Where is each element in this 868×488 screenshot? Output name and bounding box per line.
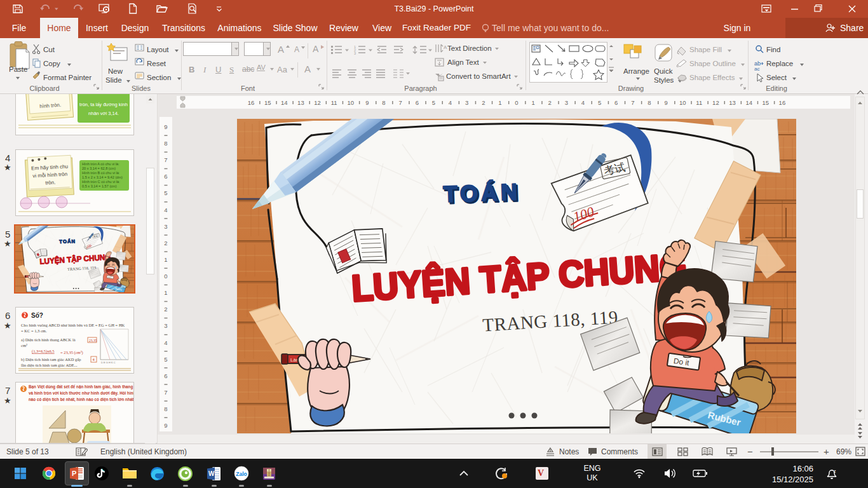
svg-text:7: 7 [399,99,402,106]
svg-text:cm²: cm² [21,343,27,348]
svg-text:4: 4 [164,339,167,346]
svg-text:3: 3 [354,51,356,55]
svg-text:8: 8 [382,99,385,106]
svg-text:3: 3 [465,99,468,106]
svg-text:Zalo: Zalo [236,471,247,477]
svg-text:1,5 x 2 x 3,14 = 9,42 (dm): 1,5 x 2 x 3,14 = 9,42 (dm) [82,175,123,179]
svg-text:16: 16 [779,99,786,106]
svg-text:Cho hình vuông ABCD như hình b: Cho hình vuông ABCD như hình bên và DE =… [21,323,125,327]
svg-text:9: 9 [164,422,167,429]
svg-text:6: 6 [164,372,167,379]
svg-text:9: 9 [664,99,667,106]
svg-text:Hình tròn C có chu vi là:: Hình tròn C có chu vi là: [82,180,120,184]
svg-text:5: 5 [164,189,167,196]
svg-text:12: 12 [712,99,719,106]
svg-text:Align Text: Align Text [447,58,479,66]
svg-text:Convert to SmartArt: Convert to SmartArt [446,72,511,80]
svg-text:lần diện tích hình tam giác AD: lần diện tích hình tam giác ADE... [21,363,78,367]
svg-text:ac: ac [754,66,759,72]
svg-text:4: 4 [93,357,95,362]
svg-text:nhân với 3,14.: nhân với 3,14. [88,111,119,116]
svg-text:D E G H K C: D E G H K C [101,361,116,364]
svg-text:1: 1 [164,256,167,263]
svg-text:2: 2 [548,99,552,106]
svg-text:nào có diện tích bé nhất, hình: nào có diện tích bé nhất, hình nào có di… [29,397,133,402]
svg-text:2: 2 [164,306,167,313]
svg-text:16: 16 [248,99,255,106]
svg-text:3: 3 [164,322,167,329]
svg-text:TOÁN: TOÁN [443,179,521,207]
svg-text:14: 14 [745,99,752,106]
svg-text:P: P [72,470,76,477]
svg-text:13: 13 [729,99,736,106]
svg-text:8: 8 [164,405,167,412]
svg-text:12: 12 [314,99,321,106]
svg-text:Hình tròn B có chu vi là:: Hình tròn B có chu vi là: [82,171,120,175]
svg-text:b) Diện tích hình tam giác AKD: b) Diện tích hình tam giác AKD gấp [21,357,81,362]
svg-text:a) Diện tích hình thang ABCK l: a) Diện tích hình thang ABCK là [21,337,76,342]
svg-text:11: 11 [696,99,702,106]
svg-text:8: 8 [164,140,167,147]
svg-text:9: 9 [164,123,167,130]
svg-text:2: 2 [482,99,485,106]
svg-text:Text Direction: Text Direction [447,44,492,52]
svg-text:tròn.: tròn. [45,180,55,186]
svg-text:3: 3 [565,99,568,106]
svg-text:Số?: Số? [31,312,43,319]
svg-text:5: 5 [432,99,435,106]
svg-text:và hình tròn với kích thước nh: và hình tròn với kích thước như hình dướ… [29,391,133,396]
svg-text:13: 13 [297,99,304,106]
svg-text:8: 8 [648,99,651,106]
svg-text:20 x 3,14 = 62,8 (cm): 20 x 3,14 = 62,8 (cm) [82,166,116,170]
svg-text:11: 11 [331,99,337,106]
svg-text:6: 6 [416,99,419,106]
svg-text:5: 5 [164,356,167,363]
svg-text:5: 5 [598,99,601,106]
svg-text:Bạn Việt dùng đất sét để nặn h: Bạn Việt dùng đất sét để nặn hình tam gi… [29,384,133,390]
svg-text:7: 7 [164,389,167,396]
svg-text:4: 4 [164,207,167,214]
svg-text:= KC = 1,3 cm.: = KC = 1,3 cm. [21,329,47,333]
svg-text:Hình tròn A có chu vi là:: Hình tròn A có chu vi là: [82,162,119,166]
svg-text:15: 15 [264,99,271,106]
svg-text:(1,3+6,5)x6,5: (1,3+6,5)x6,5 [32,349,55,354]
svg-text:z: z [834,469,836,473]
svg-text:1: 1 [531,99,534,106]
svg-text:tròn, ta lấy đường kính: tròn, ta lấy đường kính [79,102,128,107]
svg-text:23,35: 23,35 [89,339,97,342]
svg-text:= 23,35 (cm²): = 23,35 (cm²) [60,350,83,355]
svg-text:4: 4 [449,99,452,106]
svg-text:10: 10 [679,99,686,106]
svg-text:4: 4 [581,99,585,106]
svg-text:6: 6 [164,173,167,180]
svg-text:2: 2 [164,240,167,247]
svg-text:9: 9 [365,99,369,106]
svg-text:3: 3 [164,223,167,230]
svg-text:0,5 x 3,14 = 1,57 (cm): 0,5 x 3,14 = 1,57 (cm) [82,184,117,188]
svg-text:6: 6 [614,99,618,106]
svg-text:14: 14 [281,99,288,106]
svg-text:1: 1 [498,99,501,106]
svg-text:1: 1 [164,289,167,296]
svg-text:W: W [208,470,215,477]
svg-text:15: 15 [763,99,770,106]
svg-text:0: 0 [515,99,518,106]
svg-text:0: 0 [164,273,167,280]
svg-text:7: 7 [164,156,167,163]
svg-text:10: 10 [348,99,355,106]
svg-text:7: 7 [631,99,634,106]
